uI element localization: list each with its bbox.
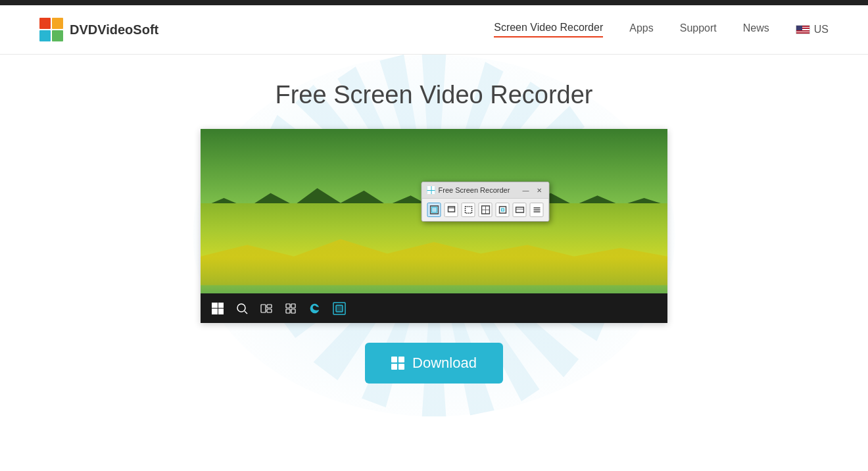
nav-support[interactable]: Support bbox=[680, 22, 717, 37]
nav-language-label: US bbox=[814, 24, 829, 36]
tool-window[interactable] bbox=[445, 203, 458, 217]
svg-rect-48 bbox=[336, 305, 343, 312]
windows-start-icon[interactable] bbox=[210, 301, 225, 316]
logo-text: DVDVideoSoft bbox=[70, 22, 158, 37]
minimize-button[interactable]: — bbox=[521, 186, 531, 195]
app-toolbar bbox=[422, 199, 549, 221]
svg-rect-44 bbox=[291, 304, 295, 308]
svg-point-38 bbox=[237, 304, 245, 312]
svg-rect-27 bbox=[465, 207, 471, 213]
screenshot-container: Free Screen Recorder — ✕ bbox=[201, 129, 667, 323]
app-window-title: Free Screen Recorder bbox=[439, 186, 510, 194]
app-title-icon bbox=[427, 186, 435, 194]
tool-custom1[interactable] bbox=[479, 203, 493, 217]
svg-line-39 bbox=[245, 311, 247, 314]
svg-rect-24 bbox=[431, 207, 437, 212]
recorder-taskbar-icon[interactable] bbox=[332, 301, 347, 316]
svg-rect-46 bbox=[291, 309, 295, 313]
windows-logo-icon bbox=[391, 357, 404, 370]
app-controls: — ✕ bbox=[521, 186, 544, 195]
svg-rect-25 bbox=[448, 207, 454, 212]
task-view-icon[interactable] bbox=[259, 301, 274, 316]
main-content: Free Screen Video Recorder Fre bbox=[0, 55, 868, 416]
win-icon bbox=[212, 303, 224, 314]
tool-menu[interactable] bbox=[530, 203, 544, 217]
svg-rect-45 bbox=[286, 309, 290, 313]
download-button[interactable]: Download bbox=[365, 343, 503, 384]
svg-rect-41 bbox=[267, 305, 272, 308]
svg-rect-32 bbox=[501, 209, 504, 211]
search-icon[interactable] bbox=[235, 301, 249, 316]
app-titlebar: Free Screen Recorder — ✕ bbox=[422, 182, 549, 199]
header: DVDVideoSoft Screen Video Recorder Apps … bbox=[0, 5, 868, 55]
taskbar bbox=[201, 293, 667, 323]
svg-rect-33 bbox=[516, 207, 523, 212]
tool-custom2[interactable] bbox=[496, 203, 510, 217]
nav-screen-video-recorder[interactable]: Screen Video Recorder bbox=[494, 22, 603, 37]
nav-language[interactable]: US bbox=[796, 24, 829, 36]
edge-icon[interactable] bbox=[308, 301, 322, 316]
svg-rect-40 bbox=[261, 305, 266, 312]
svg-rect-42 bbox=[267, 309, 272, 312]
page-title: Free Screen Video Recorder bbox=[276, 81, 593, 109]
app-window: Free Screen Recorder — ✕ bbox=[422, 182, 550, 222]
tool-custom3[interactable] bbox=[513, 203, 527, 217]
nav-apps[interactable]: Apps bbox=[629, 22, 653, 37]
nature-image: Free Screen Recorder — ✕ bbox=[201, 129, 667, 293]
nav-news[interactable]: News bbox=[743, 22, 769, 37]
top-bar bbox=[0, 0, 868, 5]
close-button[interactable]: ✕ bbox=[535, 186, 544, 195]
logo-icon bbox=[39, 18, 63, 41]
tool-region[interactable] bbox=[462, 203, 475, 217]
flag-icon bbox=[796, 25, 810, 34]
app-title-left: Free Screen Recorder bbox=[427, 186, 510, 194]
svg-rect-43 bbox=[286, 304, 290, 308]
main-nav: Screen Video Recorder Apps Support News … bbox=[494, 22, 829, 37]
logo[interactable]: DVDVideoSoft bbox=[39, 18, 158, 41]
tool-fullscreen[interactable] bbox=[427, 203, 441, 217]
store-icon[interactable] bbox=[283, 301, 298, 316]
download-label: Download bbox=[412, 355, 477, 372]
